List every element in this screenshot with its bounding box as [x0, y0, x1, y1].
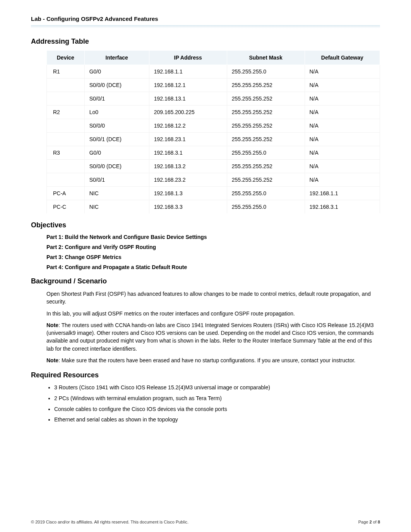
cell: N/A — [305, 65, 380, 78]
cell: N/A — [305, 133, 380, 146]
cell: 255.255.255.252 — [227, 106, 305, 119]
footer-page: Page 2 of 8 — [358, 520, 380, 524]
cell: S0/0/0 — [84, 119, 149, 133]
table-row: S0/0/1192.168.23.2255.255.255.252N/A — [47, 173, 380, 187]
table-row: S0/0/0 (DCE)192.168.12.1255.255.255.252N… — [47, 78, 380, 92]
cell: 192.168.1.1 — [305, 187, 380, 200]
table-row: PC-ANIC192.168.1.3255.255.255.0192.168.1… — [47, 187, 380, 200]
cell: PC-A — [47, 187, 85, 200]
background-body: Open Shortest Path First (OSPF) has adva… — [31, 290, 380, 364]
footer-copyright: © 2019 Cisco and/or its affiliates. All … — [31, 520, 188, 524]
objectives-heading: Objectives — [31, 221, 380, 229]
addressing-heading: Addressing Table — [31, 38, 380, 46]
background-heading: Background / Scenario — [31, 277, 380, 285]
cell: 255.255.255.252 — [227, 160, 305, 173]
cell: 192.168.3.1 — [149, 146, 227, 160]
objective-item: Part 1: Build the Network and Configure … — [46, 234, 380, 240]
resources-list: 3 Routers (Cisco 1941 with Cisco IOS Rel… — [31, 384, 380, 423]
objective-item: Part 4: Configure and Propagate a Static… — [46, 264, 380, 270]
col-mask: Subnet Mask — [227, 51, 305, 65]
cell: 192.168.1.1 — [149, 65, 227, 78]
cell: N/A — [305, 160, 380, 173]
page-footer: © 2019 Cisco and/or its affiliates. All … — [31, 520, 380, 524]
cell: S0/0/0 (DCE) — [84, 160, 149, 173]
cell: 192.168.3.1 — [305, 200, 380, 214]
cell: 192.168.23.1 — [149, 133, 227, 146]
table-row: S0/0/0192.168.12.2255.255.255.252N/A — [47, 119, 380, 133]
cell: 255.255.255.252 — [227, 78, 305, 92]
cell: 192.168.12.2 — [149, 119, 227, 133]
cell: 192.168.3.3 — [149, 200, 227, 214]
note-body: : The routers used with CCNA hands-on la… — [46, 322, 374, 352]
cell: 192.168.12.1 — [149, 78, 227, 92]
bg-p2: In this lab, you will adjust OSPF metric… — [46, 310, 380, 317]
note-label: Note — [46, 357, 58, 363]
cell: 255.255.255.0 — [227, 146, 305, 160]
cell: 192.168.23.2 — [149, 173, 227, 187]
table-row: S0/0/1 (DCE)192.168.23.1255.255.255.252N… — [47, 133, 380, 146]
table-row: S0/0/1192.168.13.1255.255.255.252N/A — [47, 92, 380, 106]
table-row: PC-CNIC192.168.3.3255.255.255.0192.168.3… — [47, 200, 380, 214]
note-body: : Make sure that the routers have been e… — [58, 357, 355, 363]
table-row: S0/0/0 (DCE)192.168.13.2255.255.255.252N… — [47, 160, 380, 173]
cell: G0/0 — [84, 65, 149, 78]
cell: S0/0/1 (DCE) — [84, 133, 149, 146]
table-row: R3G0/0192.168.3.1255.255.255.0N/A — [47, 146, 380, 160]
cell: 255.255.255.0 — [227, 65, 305, 78]
cell: 192.168.13.2 — [149, 160, 227, 173]
resources-heading: Required Resources — [31, 371, 380, 379]
objectives-list: Part 1: Build the Network and Configure … — [31, 234, 380, 270]
cell: 255.255.255.252 — [227, 133, 305, 146]
cell: NIC — [84, 200, 149, 214]
cell: Lo0 — [84, 106, 149, 119]
cell: NIC — [84, 187, 149, 200]
cell: 192.168.1.3 — [149, 187, 227, 200]
cell: N/A — [305, 92, 380, 106]
cell: 255.255.255.252 — [227, 119, 305, 133]
cell — [47, 173, 85, 187]
cell: N/A — [305, 78, 380, 92]
col-device: Device — [47, 51, 85, 65]
cell: R3 — [47, 146, 85, 160]
table-row: R2Lo0209.165.200.225255.255.255.252N/A — [47, 106, 380, 119]
table-header-row: Device Interface IP Address Subnet Mask … — [47, 51, 380, 65]
bg-p1: Open Shortest Path First (OSPF) has adva… — [46, 290, 380, 306]
cell: 255.255.255.252 — [227, 92, 305, 106]
table-row: R1G0/0192.168.1.1255.255.255.0N/A — [47, 65, 380, 78]
cell: N/A — [305, 119, 380, 133]
cell: N/A — [305, 146, 380, 160]
header-divider — [31, 25, 380, 28]
cell: 192.168.13.1 — [149, 92, 227, 106]
resource-item: 3 Routers (Cisco 1941 with Cisco IOS Rel… — [54, 384, 380, 392]
cell: S0/0/1 — [84, 173, 149, 187]
addressing-table: Device Interface IP Address Subnet Mask … — [46, 50, 380, 213]
bg-note1: Note: The routers used with CCNA hands-o… — [46, 321, 380, 353]
cell: 255.255.255.0 — [227, 200, 305, 214]
cell: 209.165.200.225 — [149, 106, 227, 119]
cell: 255.255.255.252 — [227, 173, 305, 187]
cell — [47, 119, 85, 133]
bg-note2: Note: Make sure that the routers have be… — [46, 356, 380, 364]
cell — [47, 92, 85, 106]
resource-item: Ethernet and serial cables as shown in t… — [54, 416, 380, 424]
lab-title: Lab - Configuring OSFPv2 Advanced Featur… — [31, 15, 380, 25]
cell: S0/0/1 — [84, 92, 149, 106]
cell — [47, 78, 85, 92]
cell: G0/0 — [84, 146, 149, 160]
cell — [47, 133, 85, 146]
cell: N/A — [305, 173, 380, 187]
resource-item: Console cables to configure the Cisco IO… — [54, 406, 380, 413]
cell: 255.255.255.0 — [227, 187, 305, 200]
cell: S0/0/0 (DCE) — [84, 78, 149, 92]
objective-item: Part 3: Change OSPF Metrics — [46, 254, 380, 260]
col-interface: Interface — [84, 51, 149, 65]
cell: R2 — [47, 106, 85, 119]
resource-item: 2 PCs (Windows with terminal emulation p… — [54, 395, 380, 402]
cell — [47, 160, 85, 173]
col-ip: IP Address — [149, 51, 227, 65]
cell: PC-C — [47, 200, 85, 214]
note-label: Note — [46, 322, 58, 328]
cell: R1 — [47, 65, 85, 78]
cell: N/A — [305, 106, 380, 119]
col-gateway: Default Gateway — [305, 51, 380, 65]
